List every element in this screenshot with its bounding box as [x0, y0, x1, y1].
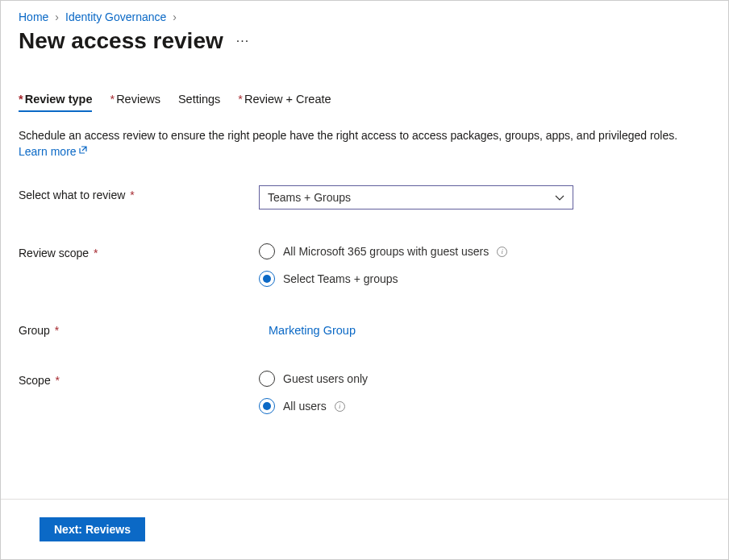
radio-icon	[259, 271, 275, 287]
chevron-right-icon: ›	[55, 10, 59, 23]
required-asterisk: *	[90, 247, 98, 259]
review-scope-option-select-teams-groups[interactable]: Select Teams + groups	[259, 271, 710, 287]
radio-label: Select Teams + groups	[283, 272, 398, 285]
tab-settings-label: Settings	[178, 93, 220, 106]
learn-more-label: Learn more	[19, 144, 77, 160]
tab-review-type-label: Review type	[25, 93, 93, 106]
tab-review-create-label: Review + Create	[244, 93, 331, 106]
required-asterisk: *	[52, 374, 60, 387]
radio-label: Guest users only	[283, 372, 368, 385]
breadcrumb: Home › Identity Governance ›	[19, 10, 710, 23]
radio-icon	[259, 398, 275, 414]
selected-group-link[interactable]: Marketing Group	[269, 321, 356, 337]
breadcrumb-home[interactable]: Home	[19, 10, 48, 23]
group-label: Group *	[19, 321, 259, 337]
required-asterisk: *	[238, 93, 243, 106]
tab-reviews-label: Reviews	[116, 93, 160, 106]
tab-settings[interactable]: Settings	[178, 93, 220, 112]
radio-label: All users	[283, 400, 327, 413]
select-what-to-review-dropdown[interactable]: Teams + Groups	[259, 185, 573, 209]
more-icon[interactable]: ···	[236, 34, 249, 48]
required-asterisk: *	[127, 189, 134, 201]
review-scope-option-all-groups[interactable]: All Microsoft 365 groups with guest user…	[259, 243, 710, 259]
breadcrumb-identity-governance[interactable]: Identity Governance	[65, 10, 166, 23]
review-scope-label: Review scope *	[19, 243, 259, 259]
tab-reviews[interactable]: *Reviews	[110, 93, 160, 112]
chevron-down-icon	[555, 193, 564, 202]
required-asterisk: *	[110, 93, 115, 106]
wizard-footer: Next: Reviews	[1, 499, 728, 559]
description-body: Schedule an access review to ensure the …	[19, 129, 677, 142]
required-asterisk: *	[52, 324, 59, 337]
chevron-right-icon: ›	[173, 10, 177, 23]
dropdown-selected-value: Teams + Groups	[268, 191, 351, 204]
review-scope-radio-group: All Microsoft 365 groups with guest user…	[259, 243, 710, 287]
page-title: New access review	[19, 28, 223, 54]
scope-option-guest-users-only[interactable]: Guest users only	[259, 371, 710, 387]
required-asterisk: *	[19, 93, 23, 106]
learn-more-link[interactable]: Learn more	[19, 144, 88, 160]
info-icon[interactable]: i	[335, 401, 345, 412]
tab-review-type[interactable]: *Review type	[19, 93, 92, 112]
next-reviews-button[interactable]: Next: Reviews	[40, 517, 145, 541]
select-what-to-review-label: Select what to review *	[19, 185, 259, 201]
scope-option-all-users[interactable]: All users i	[259, 398, 710, 414]
radio-icon	[259, 243, 275, 259]
external-link-icon	[78, 145, 88, 158]
info-icon[interactable]: i	[497, 247, 507, 257]
wizard-tabs: *Review type *Reviews Settings *Review +…	[19, 93, 710, 112]
radio-icon	[259, 371, 275, 387]
scope-radio-group: Guest users only All users i	[259, 371, 710, 414]
scope-label: Scope *	[19, 371, 259, 387]
tab-review-create[interactable]: *Review + Create	[238, 93, 331, 112]
radio-label: All Microsoft 365 groups with guest user…	[283, 245, 489, 258]
review-type-form: Select what to review * Teams + Groups R…	[19, 185, 710, 414]
description-text: Schedule an access review to ensure the …	[19, 128, 710, 160]
